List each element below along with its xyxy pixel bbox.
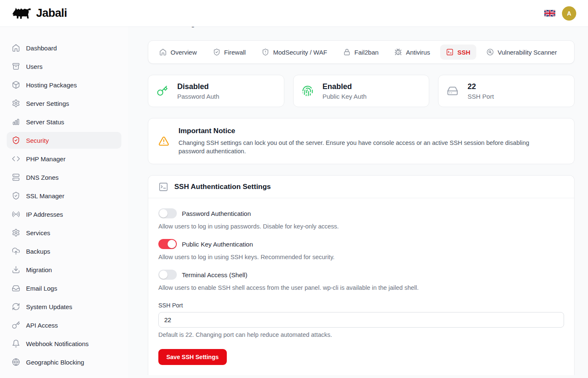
toggle-label: Password Authentication [182, 210, 251, 217]
app-header: Jabali A [0, 0, 588, 27]
sidebar-item-dashboard[interactable]: Dashboard [7, 39, 121, 56]
sidebar-item-geographic-blocking[interactable]: Geographic Blocking [7, 354, 121, 370]
stat-value: 22 [467, 82, 494, 91]
tab-fail2ban[interactable]: Fail2ban [337, 45, 385, 60]
toggle-password-authentication[interactable] [158, 208, 177, 218]
ssh-settings-card: SSH Authentication Settings Password Aut… [148, 175, 575, 375]
sidebar-item-php-manager[interactable]: PHP Manager [7, 150, 121, 167]
sidebar-item-email-logs[interactable]: Email Logs [7, 280, 121, 297]
tab-vulnerability-scanner[interactable]: Vulnerability Scanner [480, 45, 563, 60]
setting-terminal-access-shell: Terminal Access (Shell)Allow users to en… [158, 270, 564, 292]
ssh-port-input[interactable] [158, 312, 564, 328]
sidebar-item-label: Geographic Blocking [26, 359, 84, 366]
stat-card-password-auth: DisabledPassword Auth [148, 75, 284, 107]
toggle-description: Allow users to log in using SSH keys. Re… [158, 253, 564, 261]
sidebar-item-label: Dashboard [26, 45, 57, 52]
sidebar-item-webhook-notifications[interactable]: Webhook Notifications [7, 335, 121, 352]
sidebar-item-users[interactable]: Users [7, 58, 121, 75]
save-ssh-settings-button[interactable]: Save SSH Settings [158, 349, 227, 365]
sidebar-item-label: Server Settings [26, 100, 69, 107]
server-icon [12, 173, 20, 181]
bar-chart-icon [12, 118, 20, 126]
sidebar-item-hosting-packages[interactable]: Hosting Packages [7, 76, 121, 93]
notice-title: Important Notice [178, 127, 556, 135]
tab-label: Firewall [224, 49, 246, 56]
sidebar-item-migration[interactable]: Migration [7, 261, 121, 278]
sidebar-item-dns-zones[interactable]: DNS Zones [7, 169, 121, 186]
tab-overview[interactable]: Overview [153, 45, 203, 60]
sidebar-item-label: Security [26, 137, 49, 144]
ssh-settings-header: SSH Authentication Settings [148, 176, 574, 198]
download-icon [12, 265, 20, 274]
sidebar-item-security[interactable]: Security [7, 132, 121, 149]
sidebar-item-system-updates[interactable]: System Updates [7, 298, 121, 315]
stat-label: Password Auth [177, 93, 219, 100]
sidebar-item-label: IP Addresses [26, 211, 63, 218]
sidebar-item-ssl-manager[interactable]: SSL Manager [7, 187, 121, 204]
hard-drive-icon [447, 85, 458, 97]
sidebar-item-backups[interactable]: Backups [7, 243, 121, 260]
tab-modsecurity-waf[interactable]: ModSecurity / WAF [256, 45, 333, 60]
sidebar-item-label: Email Logs [26, 285, 57, 292]
shield-alert-icon [262, 48, 269, 56]
gear-icon [12, 228, 20, 237]
code-icon [12, 155, 20, 163]
tab-label: ModSecurity / WAF [273, 49, 327, 56]
sidebar-item-ip-addresses[interactable]: IP Addresses [7, 206, 121, 223]
ssh-settings-title: SSH Authentication Settings [174, 183, 271, 191]
package-icon [12, 81, 20, 89]
toggle-list: Password AuthenticationAllow users to lo… [158, 208, 564, 292]
key-icon [157, 85, 168, 97]
cloud-upload-icon [12, 247, 20, 255]
stat-label: SSH Port [467, 93, 494, 100]
globe-icon [12, 358, 20, 366]
language-selector[interactable] [544, 10, 555, 17]
toggle-terminal-access-shell[interactable] [158, 270, 177, 280]
refresh-icon [12, 302, 20, 311]
ssh-port-help: Default is 22. Changing port can help re… [158, 331, 564, 338]
user-avatar[interactable]: A [562, 6, 576, 21]
sidebar-item-label: DNS Zones [26, 174, 59, 181]
sidebar-item-services[interactable]: Services [7, 224, 121, 241]
tab-firewall[interactable]: Firewall [207, 45, 252, 60]
boar-logo-icon [12, 6, 32, 21]
shield-check-icon [213, 48, 220, 56]
setting-public-key-authentication: Public Key AuthenticationAllow users to … [158, 239, 564, 261]
ssh-port-field: SSH Port Default is 22. Changing port ca… [158, 302, 564, 338]
key-icon [12, 321, 20, 329]
bug-icon [394, 48, 402, 56]
toggle-description: Allow users to log in using passwords. D… [158, 222, 564, 231]
sidebar-item-label: SSL Manager [26, 192, 64, 200]
search-circle-icon [486, 48, 494, 56]
sidebar-item-server-settings[interactable]: Server Settings [7, 95, 121, 112]
alert-triangle-icon [158, 136, 169, 147]
sidebar-item-label: Server Status [26, 118, 64, 126]
tab-ssh[interactable]: SSH [440, 45, 476, 60]
sidebar-item-label: Webhook Notifications [26, 340, 89, 347]
toggle-public-key-authentication[interactable] [158, 239, 177, 249]
tab-antivirus[interactable]: Antivirus [388, 45, 436, 60]
brand-logo[interactable]: Jabali [12, 6, 67, 21]
stat-card-ssh-port: 22SSH Port [438, 75, 575, 107]
inbox-icon [12, 284, 20, 292]
sidebar-item-label: System Updates [26, 303, 72, 310]
tab-label: Vulnerability Scanner [498, 49, 557, 56]
sidebar-item-api-access[interactable]: API Access [7, 317, 121, 333]
bell-icon [12, 339, 20, 348]
sidebar-nav: DashboardUsersHosting PackagesServer Set… [7, 39, 121, 370]
terminal-icon [446, 48, 454, 56]
sidebar-item-server-status[interactable]: Server Status [7, 113, 121, 130]
stat-label: Public Key Auth [323, 93, 367, 100]
toggle-label: Terminal Access (Shell) [182, 271, 247, 278]
sidebar-item-label: Hosting Packages [26, 81, 77, 89]
shield-check-icon [12, 192, 20, 200]
sidebar-item-label: API Access [26, 322, 58, 329]
uk-flag-icon [544, 10, 555, 17]
toggle-knob [159, 209, 168, 218]
toggle-label: Public Key Authentication [182, 241, 253, 248]
home-icon [12, 44, 20, 52]
sidebar-item-label: Users [26, 63, 42, 70]
brand-name: Jabali [36, 7, 67, 20]
lock-icon [343, 48, 351, 56]
tab-label: SSH [457, 49, 470, 56]
